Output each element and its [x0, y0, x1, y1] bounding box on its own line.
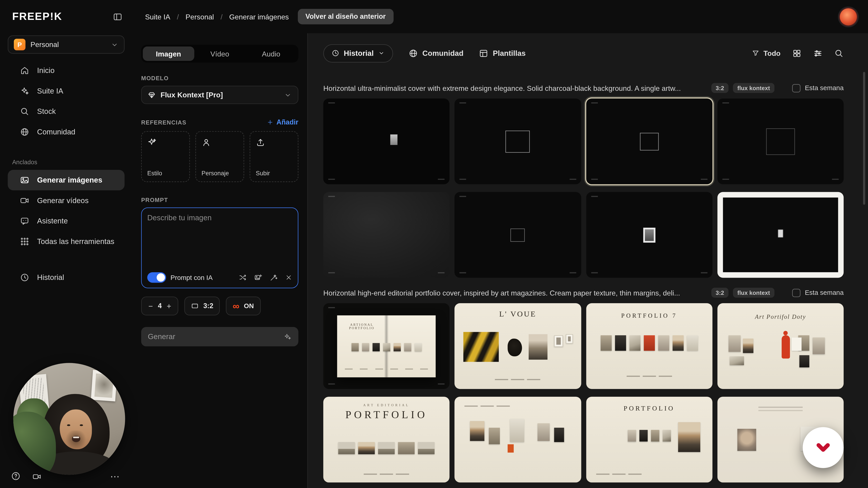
photo-thumb [351, 343, 359, 351]
tab-imagen[interactable]: Imagen [143, 46, 194, 61]
back-to-previous-design-button[interactable]: Volver al diseño anterior [298, 9, 394, 24]
aspect-ratio-selector[interactable]: 3:2 [184, 297, 220, 315]
sidebar-item-historial[interactable]: Historial [8, 267, 125, 288]
tab-historial[interactable]: Historial [323, 44, 393, 62]
history-sections: Horizontal ultra-minimalist cover with e… [323, 82, 844, 482]
help-button[interactable] [11, 471, 21, 481]
generation-thumbnail[interactable] [717, 98, 844, 184]
generation-thumbnail[interactable] [323, 98, 450, 184]
video-icon [20, 196, 29, 205]
caption-bar [612, 474, 625, 475]
breadcrumb-generar-imagenes[interactable]: Generar imágenes [229, 12, 289, 21]
breadcrumb-suite-ia[interactable]: Suite IA [145, 12, 170, 21]
grid-view-icon[interactable] [792, 48, 802, 58]
sidebar-item-stock[interactable]: Stock [8, 101, 125, 122]
workspace-selector[interactable]: P Personal [8, 35, 125, 54]
photo-thumb [743, 339, 753, 353]
sidebar-item-todas-las-herramientas[interactable]: Todas las herramientas [8, 231, 125, 252]
filter-todo-button[interactable]: Todo [752, 49, 780, 57]
meta-text-mark [328, 179, 335, 180]
generation-thumbnail[interactable]: ART EDITORIALPORTFOLIO [323, 397, 450, 483]
tab-comunidad[interactable]: Comunidad [408, 48, 463, 58]
add-image-icon[interactable] [254, 273, 262, 282]
meta-text-mark [832, 179, 839, 180]
sidebar-item-comunidad[interactable]: Comunidad [8, 122, 125, 142]
settings-sliders-icon[interactable] [813, 48, 823, 58]
meta-text-mark [701, 272, 707, 273]
meta-text-mark [591, 272, 597, 273]
reference-card-estilo[interactable]: Estilo [141, 131, 190, 182]
tab-video[interactable]: Vídeo [194, 46, 246, 61]
clear-prompt-icon[interactable] [285, 274, 292, 281]
increase-count-button[interactable]: + [166, 302, 172, 311]
title-marks [758, 407, 803, 411]
generation-thumbnail[interactable] [717, 192, 844, 278]
generation-thumbnail[interactable]: L' VOUE [455, 303, 581, 389]
sidebar-item-inicio[interactable]: Inicio [8, 60, 125, 81]
variations-shuffle-icon[interactable] [239, 273, 247, 282]
generation-thumbnail[interactable] [586, 98, 712, 184]
generation-thumbnail[interactable]: PORTFOLIO 7 [586, 303, 712, 389]
sidebar-item-generar-videos[interactable]: Generar vídeos [8, 190, 125, 211]
filter-todo-label: Todo [764, 49, 780, 57]
style-sparkle-icon [147, 138, 157, 147]
week-filter[interactable]: Esta semana [792, 84, 844, 92]
tab-plantillas[interactable]: Plantillas [479, 48, 526, 58]
sidebar-item-label: Generar imágenes [37, 176, 102, 184]
photo-thumb [538, 423, 550, 441]
sidebar-item-generar-imagenes[interactable]: Generar imágenes [8, 170, 125, 191]
cover-title: PORTFOLIO 7 [586, 312, 712, 319]
camera-button[interactable] [32, 472, 41, 482]
model-selector[interactable]: Flux Kontext [Pro] [141, 86, 298, 104]
reference-card-subir[interactable]: Subir [250, 131, 298, 182]
sidebar-item-suite-ia[interactable]: Suite IA [8, 81, 125, 101]
loop-toggle[interactable]: ∞ ON [226, 297, 260, 315]
sidebar-item-asistente[interactable]: Asistente [8, 211, 125, 231]
caption-marks [596, 474, 641, 475]
magic-wand-icon[interactable] [270, 273, 278, 282]
search-icon[interactable] [834, 48, 844, 58]
sidebar-collapse-button[interactable] [113, 12, 123, 22]
photo-thumb [414, 343, 422, 351]
generation-thumbnail[interactable]: Artional Portfolio [323, 303, 450, 389]
meta-text-mark [569, 179, 576, 180]
content-toolbar: Todo [752, 48, 844, 58]
generation-thumbnail[interactable]: PORTFOLIO [586, 397, 712, 483]
generate-button[interactable]: Generar [141, 327, 298, 346]
photo-thumb [658, 335, 669, 351]
week-checkbox[interactable] [792, 84, 800, 92]
generation-thumbnail[interactable] [455, 192, 581, 278]
generation-thumbnail[interactable] [455, 397, 581, 483]
meta-text-mark [460, 102, 466, 103]
generation-thumbnail[interactable] [323, 192, 450, 278]
week-checkbox[interactable] [792, 289, 800, 297]
history-grid: Artional PortfolioL' VOUEPORTFOLIO 7Art … [323, 303, 844, 482]
tab-audio[interactable]: Audio [246, 46, 297, 61]
meta-text-mark [460, 179, 466, 180]
generation-thumbnail[interactable] [586, 192, 712, 278]
photo-thumb [678, 422, 700, 452]
model-section-label: MODELO [141, 75, 298, 81]
decrease-count-button[interactable]: − [148, 302, 153, 311]
ai-prompt-toggle[interactable] [147, 272, 166, 283]
prompt-input[interactable] [147, 214, 292, 264]
breadcrumb-personal[interactable]: Personal [186, 12, 214, 21]
user-avatar[interactable] [840, 8, 857, 25]
reference-card-label: Subir [256, 170, 270, 176]
freepik-logo[interactable]: FREEP!K [12, 11, 62, 23]
scrollbar-thumb[interactable] [863, 72, 865, 205]
week-filter[interactable]: Esta semana [792, 289, 844, 297]
sidebar-item-label: Asistente [37, 217, 68, 225]
more-options-button[interactable]: ⋯ [110, 471, 120, 482]
add-reference-button[interactable]: Añadir [267, 119, 298, 126]
reference-card-personaje[interactable]: Personaje [195, 131, 244, 182]
prompt-box: Prompt con IA [141, 207, 298, 288]
generation-thumbnail[interactable]: Art Portifol Doty [717, 303, 844, 389]
photo-thumb [812, 337, 825, 354]
generation-thumbnail[interactable] [455, 98, 581, 184]
meta-text-mark [591, 196, 597, 197]
meta-text-mark [722, 179, 729, 180]
floating-widget-button[interactable] [803, 427, 844, 468]
caption-bar [495, 379, 508, 380]
meta-text-mark [328, 102, 335, 103]
